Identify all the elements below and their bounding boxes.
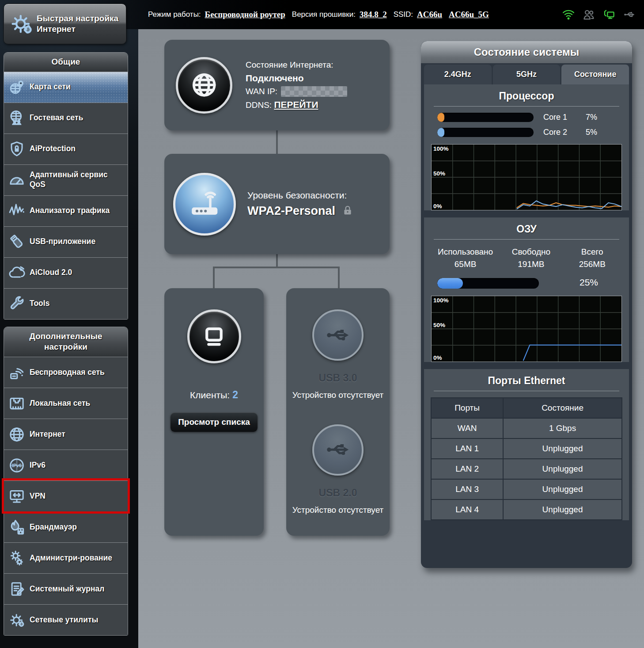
connector-internet-security (276, 130, 278, 154)
sidebar-item-system-log[interactable]: Системный журнал (4, 573, 128, 604)
security-level-label: Уровень безопасности: (247, 188, 353, 202)
table-row: WAN1 Gbps (431, 418, 622, 438)
lock-icon (342, 205, 353, 216)
table-cell: LAN 4 (431, 499, 503, 520)
table-cell: Unplugged (503, 479, 622, 499)
table-cell: 1 Gbps (503, 418, 622, 438)
sidebar-item-administration[interactable]: Администри-рование (4, 542, 128, 573)
ram-graph: 100%50%0% (431, 296, 622, 362)
firewall-icon (4, 518, 30, 536)
sidebar-item-qos[interactable]: Адаптивный сервис QoS (4, 164, 128, 195)
devices-status-icon[interactable] (602, 8, 616, 21)
quick-setup-button[interactable]: Быстрая настройка Интернет (4, 4, 126, 44)
clients-label: Клиенты: (190, 390, 230, 400)
usb3-status: Устройство отсутствует (286, 389, 390, 401)
wireless-icon (4, 364, 30, 381)
system-status-panel: Состояние системы 2.4GHz5GHzСостояние Пр… (421, 41, 632, 568)
tab-5ghz[interactable]: 5GHz (493, 65, 561, 84)
mode-label: Режим работы: (148, 10, 201, 19)
sidebar-item-guest-network[interactable]: Гостевая сеть (4, 103, 128, 133)
sidebar-item-lan[interactable]: Локальная сеть (4, 388, 128, 419)
wifi-status-icon[interactable] (562, 8, 575, 21)
ram-usage-bar (437, 278, 539, 289)
graph-axis-label: 100% (433, 297, 449, 304)
main-content: Состояние Интернета: Подключено WAN IP: … (138, 29, 644, 648)
sidebar-item-label: Карта сети (30, 82, 74, 92)
column-header: Порты (431, 398, 503, 418)
table-cell: LAN 2 (431, 459, 503, 479)
table-row: LAN 3Unplugged (431, 479, 622, 499)
sidebar-item-usb-application[interactable]: USB-приложение (4, 226, 128, 257)
ram-percent: 25% (580, 277, 598, 288)
ram-free: Свободно191MB (500, 246, 561, 270)
sidebar-item-aicloud[interactable]: AiCloud 2.0 (4, 257, 128, 288)
cpu-core-bar (437, 113, 534, 122)
table-cell: WAN (431, 418, 503, 438)
network-map-icon (4, 78, 30, 96)
cpu-core-value: 7% (586, 113, 597, 122)
topbar-indicators (562, 0, 636, 29)
cpu-core-label: Core 1 (543, 113, 575, 122)
ssid-label: SSID: (394, 10, 413, 19)
connector-clients (213, 267, 215, 288)
sidebar-item-label: Интернет (30, 430, 69, 439)
ssid-link-5[interactable]: AC66u_5G (449, 10, 489, 19)
column-header: Состояние (503, 398, 622, 418)
quick-setup-label: Быстрая настройка Интернет (37, 13, 118, 34)
sidebar-item-label: Анализатор трафика (30, 206, 113, 216)
view-list-button[interactable]: Просмотр списка (170, 412, 258, 432)
clients-icon[interactable] (187, 309, 241, 363)
table-cell: Unplugged (503, 499, 622, 520)
ethernet-section: Порты Ethernet ПортыСостояниеWAN1 GbpsLA… (424, 369, 629, 520)
usb2-icon[interactable] (312, 424, 364, 476)
ethernet-table: ПортыСостояниеWAN1 GbpsLAN 1UnpluggedLAN… (431, 397, 622, 520)
ddns-link[interactable]: ПЕРЕЙТИ (274, 99, 318, 110)
sidebar-item-ipv6[interactable]: IPv6IPv6 (4, 450, 128, 480)
tab-состояние[interactable]: Состояние (561, 65, 629, 84)
firmware-label: Версия прошивки: (292, 10, 356, 19)
ram-title: ОЗУ (424, 217, 629, 235)
cpu-graph: 100%50%0% (431, 144, 622, 210)
shield-icon (4, 140, 30, 158)
syslog-icon (4, 580, 30, 598)
sidebar-item-label: IPv6 (30, 461, 49, 470)
tab-2-4ghz[interactable]: 2.4GHz (424, 65, 492, 84)
router-icon[interactable] (173, 173, 236, 236)
graph-axis-label: 50% (433, 170, 445, 177)
graph-axis-label: 50% (433, 322, 445, 328)
ram-used: Использовано65MB (430, 246, 500, 270)
usb-card: USB 3.0 Устройство отсутствует USB 2.0 У… (286, 288, 390, 536)
graph-axis-label: 0% (433, 203, 442, 210)
cpu-core-bar (437, 128, 534, 137)
firmware-link[interactable]: 384.8_2 (360, 10, 387, 19)
connector-branch (213, 267, 340, 268)
internet-status-label: Состояние Интернета: (246, 59, 347, 72)
table-cell: LAN 3 (431, 479, 503, 499)
table-row: LAN 2Unplugged (431, 459, 622, 479)
cpu-cores: Core 17%Core 25% (424, 113, 629, 137)
sidebar-item-firewall[interactable]: Брандмауэр (4, 511, 128, 542)
clients-card: Клиенты:2 Просмотр списка (164, 288, 264, 536)
sidebar-item-label: Адаптивный сервис QoS (30, 170, 128, 190)
sidebar-item-vpn[interactable]: VPN (4, 480, 128, 511)
sidebar-section: Дополнительные настройкиБеспроводная сет… (4, 327, 128, 636)
sidebar-item-wan[interactable]: Интернет (4, 419, 128, 450)
sidebar-item-aiprotection[interactable]: AiProtection (4, 133, 128, 164)
sidebar-item-label: Брандмауэр (30, 522, 80, 532)
table-cell: LAN 1 (431, 438, 503, 459)
usb3-icon[interactable] (312, 309, 364, 361)
cpu-core-label: Core 2 (543, 128, 575, 137)
sidebar-item-wireless[interactable]: Беспроводная сеть (4, 357, 128, 388)
internet-globe-icon[interactable] (176, 57, 232, 114)
sidebar-item-network-tools[interactable]: Сетевые утилиты (4, 604, 128, 635)
sidebar-section-title: Дополнительные настройки (4, 327, 128, 357)
sidebar-item-tools[interactable]: Tools (4, 288, 128, 319)
sidebar-item-network-map[interactable]: Карта сети (4, 72, 128, 103)
sidebar-item-traffic-analyzer[interactable]: Анализатор трафика (4, 195, 128, 226)
usb-status-icon[interactable] (623, 8, 636, 21)
mode-link[interactable]: Беспроводной роутер (205, 10, 285, 19)
ssid-link-24[interactable]: AC66u (417, 10, 442, 19)
clients-status-icon[interactable] (582, 8, 595, 21)
sidebar-item-label: AiCloud 2.0 (30, 268, 76, 278)
sidebar-item-label: Tools (30, 299, 53, 309)
